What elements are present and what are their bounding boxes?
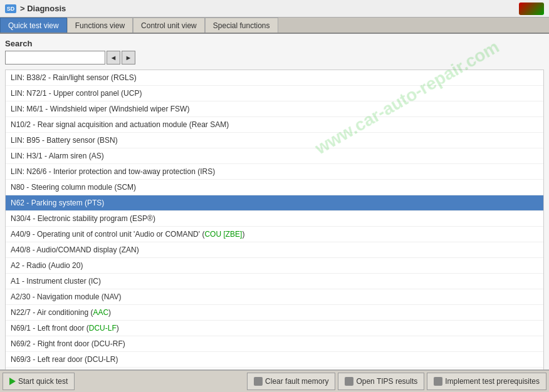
search-next-button[interactable]: ► — [122, 51, 135, 64]
tab-quick-test-view[interactable]: Quick test view — [0, 18, 67, 33]
list-item[interactable]: LIN: M6/1 - Windshield wiper (Windshield… — [6, 101, 543, 117]
list-item[interactable]: LIN: H3/1 - Alarm siren (AS) — [6, 148, 543, 164]
search-section: Search ◄ ► — [5, 39, 544, 64]
start-quick-test-button[interactable]: Start quick test — [3, 373, 75, 390]
implement-test-prerequisites-label: Implement test prerequisites — [445, 377, 540, 386]
prereq-icon — [434, 377, 442, 386]
list-item[interactable]: N69/2 - Right front door (DCU-RF) — [6, 336, 543, 352]
open-tips-results-label: Open TIPS results — [356, 377, 417, 386]
search-row: ◄ ► — [5, 51, 544, 64]
app-icon: SD — [5, 4, 16, 13]
bottom-toolbar: Start quick test Clear fault memory Open… — [0, 369, 549, 392]
control-unit-list: LIN: B38/2 - Rain/light sensor (RGLS)LIN… — [5, 70, 544, 369]
search-prev-button[interactable]: ◄ — [107, 51, 120, 64]
list-item[interactable]: LIN: N72/1 - Upper control panel (UCP) — [6, 86, 543, 101]
title-bar-text: > Diagnosis — [20, 4, 66, 13]
implement-test-prerequisites-button[interactable]: Implement test prerequisites — [427, 373, 546, 390]
list-item[interactable]: LIN: B95 - Battery sensor (BSN) — [6, 133, 543, 148]
list-item[interactable]: LIN: N26/6 - Interior protection and tow… — [6, 164, 543, 180]
tips-icon — [345, 377, 353, 386]
main-content: Search ◄ ► LIN: B38/2 - Rain/light senso… — [0, 34, 549, 369]
list-item[interactable]: N62 - Parking system (PTS) — [6, 195, 543, 211]
clear-icon — [254, 377, 263, 386]
title-bar: SD > Diagnosis — [0, 0, 549, 18]
list-item[interactable]: A2/30 - Navigation module (NAV) — [6, 289, 543, 305]
tab-bar: Quick test view Functions view Control u… — [0, 18, 549, 34]
search-input[interactable] — [5, 51, 105, 64]
list-item[interactable]: N69/1 - Left front door (DCU-LF) — [6, 321, 543, 336]
list-item[interactable]: A40/8 - Audio/COMAND display (ZAN) — [6, 242, 543, 258]
list-item[interactable]: N10/2 - Rear signal acquisition and actu… — [6, 117, 543, 133]
list-item[interactable]: N30/4 - Electronic stability program (ES… — [6, 211, 543, 227]
list-item[interactable]: LIN: B38/2 - Rain/light sensor (RGLS) — [6, 70, 543, 86]
list-item[interactable]: N22/7 - Air conditioning (AAC) — [6, 305, 543, 321]
list-item[interactable]: A2 - Radio (Audio 20) — [6, 258, 543, 274]
clear-fault-memory-button[interactable]: Clear fault memory — [247, 373, 335, 390]
clear-fault-memory-label: Clear fault memory — [265, 377, 328, 386]
play-icon — [9, 378, 16, 385]
list-item[interactable]: N80 - Steering column module (SCM) — [6, 180, 543, 195]
list-item[interactable]: N69/3 - Left rear door (DCU-LR) — [6, 352, 543, 368]
tab-special-functions[interactable]: Special functions — [205, 18, 278, 33]
search-label: Search — [5, 39, 544, 48]
list-item[interactable]: A40/9 - Operating unit of control unit '… — [6, 227, 543, 242]
app-icon-text: SD — [7, 6, 15, 12]
tab-control-unit-view[interactable]: Control unit view — [133, 18, 205, 33]
logo — [519, 3, 544, 15]
list-item[interactable]: A1 - Instrument cluster (IC) — [6, 274, 543, 289]
tab-functions-view[interactable]: Functions view — [67, 18, 133, 33]
open-tips-results-button[interactable]: Open TIPS results — [338, 373, 424, 390]
start-quick-test-label: Start quick test — [18, 377, 68, 386]
